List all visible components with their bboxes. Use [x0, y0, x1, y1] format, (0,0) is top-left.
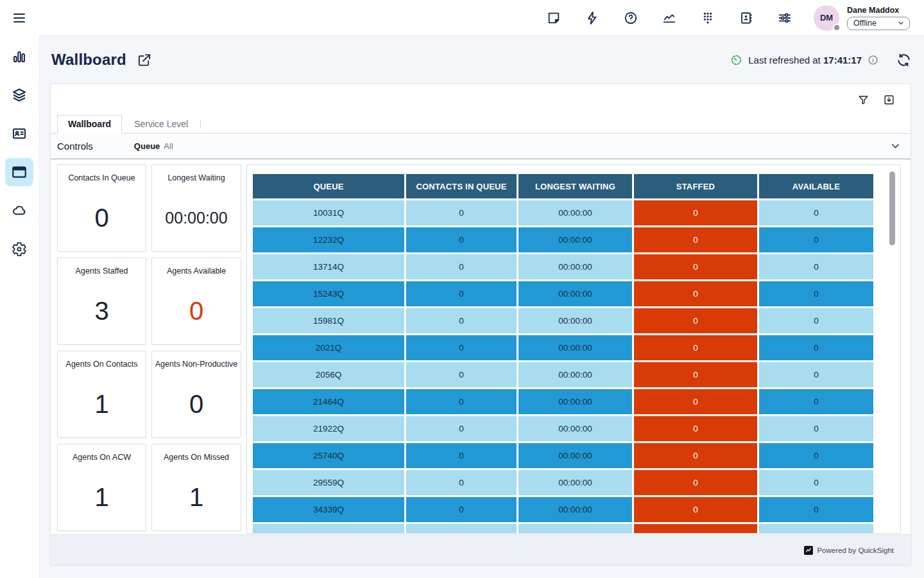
kpi-label: Longest Waiting	[152, 173, 241, 182]
kpi-value: 1	[58, 482, 146, 511]
table-row: 34339Q000:00:0000	[253, 497, 873, 522]
tab-wallboard[interactable]: Wallboard	[57, 115, 122, 134]
contacts-icon	[739, 11, 753, 25]
cell-queue: 13714Q	[253, 254, 404, 279]
table-row: 15981Q000:00:0000	[253, 308, 873, 333]
avatar[interactable]: DM	[814, 5, 839, 31]
notes-button[interactable]	[542, 6, 566, 30]
cell-staffed: 0	[634, 200, 757, 225]
dialpad-button[interactable]	[696, 6, 720, 30]
cell-staffed: 0	[634, 470, 757, 495]
menu-button[interactable]	[5, 4, 33, 32]
cell-longest-waiting: 00:00:00	[518, 470, 632, 495]
table-scrollbar[interactable]	[889, 171, 895, 245]
layers-icon	[12, 87, 27, 103]
tabs-row: Wallboard Service Level	[51, 115, 911, 134]
cell-staffed: 0	[634, 227, 757, 252]
controls-label: Controls	[57, 141, 93, 152]
queue-table-body: 10031Q000:00:000012232Q000:00:000013714Q…	[253, 200, 873, 534]
cell-available	[759, 524, 873, 534]
cell-available: 0	[759, 362, 873, 387]
cell-available: 0	[759, 308, 873, 333]
kpi-value: 1	[152, 482, 241, 511]
cell-longest-waiting: 00:00:00	[518, 200, 632, 225]
left-sidebar	[0, 0, 38, 578]
table-row: 2021Q000:00:0000	[253, 335, 873, 360]
cell-queue: 12232Q	[253, 227, 404, 252]
tab-service-level[interactable]: Service Level	[122, 116, 200, 133]
cell-staffed: 0	[634, 362, 757, 387]
cell-contacts-in-queue: 0	[406, 470, 517, 495]
table-row	[253, 524, 873, 534]
help-button[interactable]	[619, 6, 643, 30]
kpi-card: Agents Available 0	[151, 258, 241, 345]
cell-staffed: 0	[634, 497, 757, 522]
sidebar-item-cloud[interactable]	[5, 197, 33, 225]
cell-available: 0	[759, 281, 873, 306]
cell-queue: 21464Q	[253, 389, 404, 414]
dashboard-window-icon	[11, 164, 28, 180]
sidebar-item-dashboards[interactable]	[5, 158, 33, 186]
status-value: Offline	[853, 19, 877, 28]
queue-filter-label: Queue	[134, 141, 160, 151]
kpi-value: 1	[58, 389, 146, 418]
controls-collapse-button[interactable]	[889, 140, 902, 152]
note-icon	[547, 11, 561, 25]
filter-button[interactable]	[855, 92, 871, 107]
kpi-label: Agents On Missed	[152, 453, 241, 462]
cell-contacts-in-queue: 0	[406, 227, 517, 252]
sheet-footer: Powered by QuickSight	[51, 534, 911, 565]
cell-contacts-in-queue: 0	[406, 362, 517, 387]
sidebar-item-users[interactable]	[5, 119, 33, 148]
export-button[interactable]	[881, 92, 896, 107]
metrics-button[interactable]	[657, 6, 681, 30]
cell-longest-waiting: 00:00:00	[518, 254, 632, 279]
quick-actions-button[interactable]	[580, 6, 604, 30]
table-row: 2056Q000:00:0000	[253, 362, 873, 387]
kpi-value: 0	[58, 203, 146, 232]
contacts-button[interactable]	[734, 6, 758, 30]
cell-queue: 34339Q	[253, 497, 404, 522]
cell-available: 0	[759, 389, 873, 414]
open-external-button[interactable]	[137, 53, 151, 67]
cell-contacts-in-queue: 0	[406, 416, 517, 441]
controls-bar[interactable]: Controls Queue All	[51, 134, 911, 159]
cell-available: 0	[759, 335, 873, 360]
sidebar-item-metrics[interactable]	[5, 42, 33, 71]
user-name: Dane Maddox	[847, 6, 910, 15]
cell-longest-waiting: 00:00:00	[518, 497, 632, 522]
column-header-available: AVAILABLE	[759, 174, 873, 198]
table-row: 21922Q000:00:0000	[253, 416, 873, 441]
cell-staffed: 0	[634, 308, 757, 333]
cell-longest-waiting: 00:00:00	[518, 389, 632, 414]
dialpad-icon	[701, 11, 715, 25]
sidebar-item-settings[interactable]	[5, 235, 33, 263]
user-block: DM Dane Maddox Offline	[814, 5, 910, 31]
avatar-initials: DM	[820, 13, 833, 22]
cell-queue: 15243Q	[253, 281, 404, 306]
info-button[interactable]	[868, 55, 878, 66]
cell-available: 0	[759, 254, 873, 279]
gear-icon	[12, 241, 27, 257]
kpi-card: Agents On Missed 1	[151, 444, 241, 531]
cell-queue: 21922Q	[253, 416, 404, 441]
column-header-staffed: STAFFED	[634, 174, 757, 198]
cell-queue: 10031Q	[253, 200, 404, 225]
filters-button[interactable]	[773, 6, 797, 30]
kpi-card: Agents Non-Productive 0	[151, 351, 241, 438]
help-icon	[624, 11, 638, 25]
kpi-card: Agents On Contacts 1	[57, 351, 146, 438]
cell-queue	[253, 524, 404, 534]
cell-queue: 25740Q	[253, 443, 404, 468]
cell-contacts-in-queue: 0	[406, 335, 517, 360]
cell-staffed: 0	[634, 281, 757, 306]
quicksight-logo-icon	[804, 546, 813, 555]
id-card-icon	[12, 126, 27, 141]
kpi-card: Agents On ACW 1	[57, 444, 146, 531]
cell-contacts-in-queue: 0	[406, 200, 517, 225]
sidebar-item-flows[interactable]	[5, 81, 33, 109]
kpi-label: Agents On ACW	[58, 453, 146, 462]
refresh-button[interactable]	[896, 53, 911, 67]
status-select[interactable]: Offline	[847, 17, 910, 30]
column-header-queue: QUEUE	[253, 174, 404, 198]
